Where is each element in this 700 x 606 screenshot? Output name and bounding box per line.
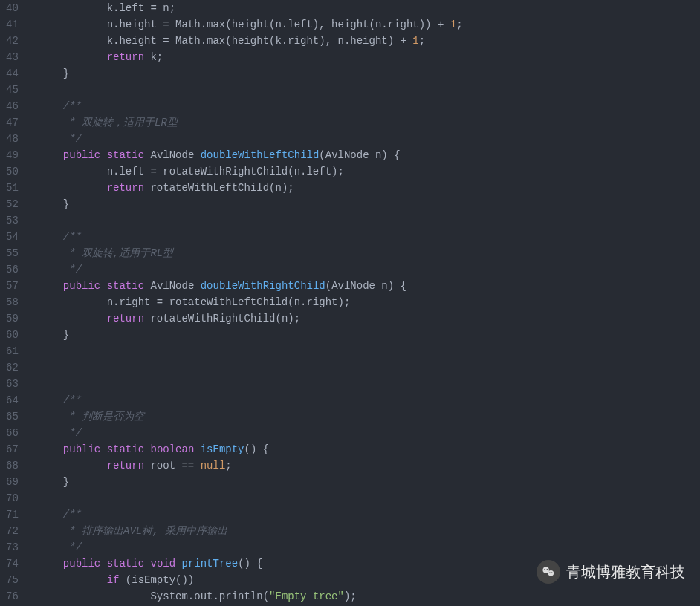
token-text: AvlNode [144,149,201,161]
token-text [32,558,63,570]
line-number: 47 [6,114,19,131]
code-line[interactable]: } [32,474,700,490]
code-line[interactable]: } [32,196,700,212]
code-line[interactable] [32,490,700,506]
code-line[interactable]: /** [32,506,700,523]
code-line[interactable]: * 判断是否为空 [32,408,700,425]
code-line[interactable]: n.right = rotateWithLeftChild(n.right); [32,294,700,310]
code-line[interactable]: */ [32,261,700,278]
token-comment: * 双旋转,适用于RL型 [63,247,173,259]
token-text: } [32,476,69,488]
token-kw-boolean: boolean [150,443,194,455]
token-kw-return: return [107,182,144,194]
svg-point-2 [544,569,545,570]
token-text: n.right = rotateWithLeftChild(n.right); [32,296,350,308]
token-comment: */ [63,264,82,276]
code-line[interactable]: */ [32,425,700,441]
code-line[interactable]: } [32,327,700,343]
code-line[interactable]: * 双旋转,适用于RL型 [32,245,700,261]
token-text [32,231,63,243]
svg-point-1 [548,570,554,576]
code-line[interactable]: /** [32,392,700,408]
line-number: 40 [6,0,19,16]
code-line[interactable] [32,376,700,392]
token-text: ; [225,460,231,472]
token-num: 1 [412,35,418,47]
line-number: 63 [6,376,19,392]
code-line[interactable]: System.out.println("Empty tree"); [32,588,700,605]
code-line[interactable]: k.height = Math.max(height(k.right), n.h… [32,33,700,49]
line-number: 69 [6,474,19,490]
token-method-def: doubleWithLeftChild [201,149,320,161]
token-num: 1 [450,19,456,30]
token-text: (AvlNode n) { [319,149,400,161]
code-line[interactable]: public static AvlNode doubleWithLeftChil… [32,147,700,163]
line-number: 60 [6,327,19,343]
code-line[interactable] [32,82,700,98]
token-kw-void: void [150,558,175,570]
code-line[interactable]: */ [32,539,700,556]
code-line[interactable]: * 排序输出AVL树, 采用中序输出 [32,523,700,539]
code-line[interactable]: return rotateWithRightChild(n); [32,310,700,327]
token-text: k.height = Math.max(height(k.right), n.h… [32,35,412,47]
token-comment: /** [63,231,82,243]
token-text: (AvlNode n) { [325,280,406,292]
code-line[interactable]: /** [32,229,700,245]
code-line[interactable]: return rotateWithLeftChild(n); [32,180,700,196]
line-number: 53 [6,212,19,229]
code-line[interactable] [32,359,700,376]
token-method-def: printTree [182,558,239,570]
code-line[interactable]: return root == null; [32,457,700,474]
token-str: "Empty tree" [269,590,344,602]
line-number-gutter: 4041424344454647484950515253545556575859… [0,0,32,606]
token-text: } [32,329,69,341]
watermark-text: 青城博雅教育科技 [566,564,685,580]
line-number: 56 [6,261,19,278]
code-line[interactable]: n.left = rotateWithRightChild(n.left); [32,163,700,180]
line-number: 59 [6,310,19,327]
token-kw-public: public [63,558,100,570]
wechat-icon [537,560,560,584]
token-text [32,509,63,521]
code-line[interactable]: */ [32,131,700,147]
line-number: 43 [6,49,19,65]
code-editor[interactable]: 4041424344454647484950515253545556575859… [0,0,700,606]
code-line[interactable]: * 双旋转，适用于LR型 [32,114,700,131]
token-text [32,313,107,325]
code-line[interactable] [32,212,700,229]
token-kw-static: static [107,280,144,292]
code-line[interactable]: } [32,65,700,82]
token-text [32,394,63,406]
token-comment: * 双旋转，适用于LR型 [63,117,178,128]
code-line[interactable]: return k; [32,49,700,65]
token-text: ); [344,590,357,602]
code-line[interactable]: n.height = Math.max(height(n.left), heig… [32,16,700,33]
line-number: 54 [6,229,19,245]
code-area[interactable]: k.left = n; n.height = Math.max(height(n… [32,0,700,606]
line-number: 76 [6,588,19,605]
line-number: 46 [6,98,19,114]
token-kw-null: null [201,460,226,472]
line-number: 42 [6,33,19,49]
token-text [100,443,106,455]
code-line[interactable]: public static AvlNode doubleWithRightChi… [32,278,700,294]
code-line[interactable]: public static boolean isEmpty() { [32,441,700,457]
token-comment: * 判断是否为空 [63,411,144,423]
line-number: 75 [6,572,19,588]
line-number: 49 [6,147,19,163]
code-line[interactable]: /** [32,98,700,114]
token-text [32,443,63,455]
line-number: 70 [6,490,19,506]
code-line[interactable]: k.left = n; [32,0,700,16]
code-line[interactable] [32,343,700,359]
token-text: rotateWithLeftChild(n); [144,182,294,194]
token-text: root == [144,460,201,472]
line-number: 74 [6,556,19,572]
token-text [32,264,63,276]
line-number: 71 [6,506,19,523]
token-text [32,574,107,586]
token-text [32,133,63,145]
line-number: 58 [6,294,19,310]
line-number: 72 [6,523,19,539]
token-text [32,182,107,194]
